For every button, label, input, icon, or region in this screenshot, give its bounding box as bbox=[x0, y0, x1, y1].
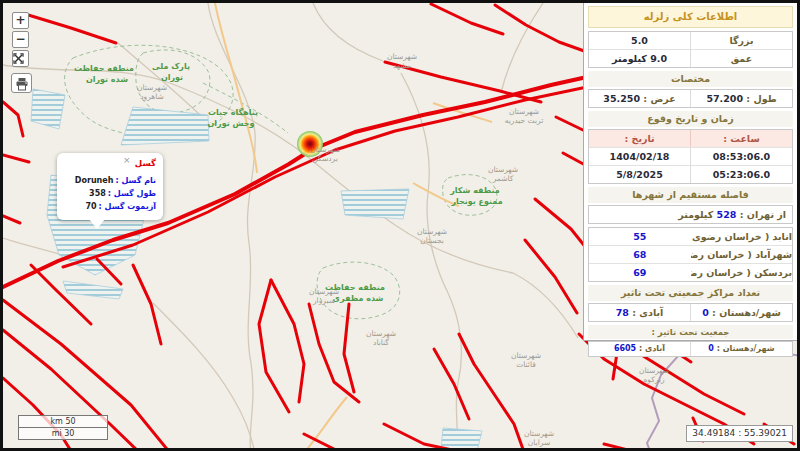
fault-name-label: نام گسل : bbox=[115, 174, 156, 187]
county-label: مشهد bbox=[393, 61, 411, 70]
county-label: بردسکن bbox=[312, 154, 338, 163]
longitude-cell: طول : 57.200 bbox=[690, 90, 792, 107]
green-label: شده توران bbox=[86, 75, 128, 84]
affected-population-row: شهر/دهستان : 0 آبادی : 6605 bbox=[589, 342, 792, 356]
county-label: شهرستان bbox=[509, 107, 539, 116]
county-label: شهرستان bbox=[366, 329, 396, 338]
city-name: انابد ( خراسان رضوی ) bbox=[691, 228, 793, 245]
county-label: گناباد bbox=[373, 338, 389, 347]
popup-field-row: طول گسل : 358 bbox=[64, 187, 156, 200]
fault-azimuth-value: 70 bbox=[85, 200, 96, 213]
zoom-in-button[interactable]: + bbox=[12, 12, 29, 29]
tehran-distance-table: از تهران : 528 کیلومتر bbox=[588, 205, 793, 224]
city-distance: 69 bbox=[589, 264, 691, 281]
popup-close-icon[interactable]: × bbox=[123, 156, 131, 165]
population-village-value: 6605 bbox=[614, 344, 636, 353]
city-row: بردسکن ( خراسان رضوی ) 69 bbox=[589, 263, 792, 281]
fault-azimuth-label: آزیموت گسل : bbox=[99, 200, 156, 213]
latitude-label: عرض : bbox=[643, 93, 675, 104]
depth-row: عمق 9.0 کیلومتر bbox=[589, 49, 792, 67]
green-label: وحش توران bbox=[207, 119, 254, 129]
affected-centers-header: تعداد مراکز جمعیتی تحت تاثیر bbox=[588, 285, 793, 301]
depth-label: عمق bbox=[690, 50, 792, 67]
jalali-datetime-row: 08:53:06.0 1404/02/18 bbox=[589, 147, 792, 165]
distance-header: فاصله مستقیم از شهرها bbox=[588, 187, 793, 203]
fault-name-value: Doruneh bbox=[75, 174, 114, 187]
population-village-label: آبادی : bbox=[639, 344, 665, 353]
county-label: قائنات bbox=[516, 360, 536, 369]
map-zoom-controls: + − bbox=[12, 12, 29, 67]
popup-title: گسل bbox=[64, 158, 156, 168]
green-label: پناهگاه حیات bbox=[208, 107, 258, 117]
extent-arrows-icon bbox=[13, 53, 24, 64]
centers-village-cell: آبادی : 78 bbox=[589, 304, 690, 321]
jalali-time: 08:53:06.0 bbox=[690, 148, 792, 165]
city-distance-table: انابد ( خراسان رضوی ) 55 شهرآباد ( خراسا… bbox=[588, 227, 793, 282]
county-label: شهرستان bbox=[137, 83, 167, 92]
city-name: شهرآباد ( خراسان رضوی ) bbox=[691, 246, 793, 263]
green-label: منطقه حفاظت bbox=[74, 64, 134, 73]
county-label: شهرستان bbox=[639, 366, 669, 375]
fault-length-label: طول گسل : bbox=[108, 187, 156, 200]
popup-tail bbox=[89, 219, 105, 229]
city-row: شهرآباد ( خراسان رضوی ) 68 bbox=[589, 245, 792, 263]
popup-field-row: آزیموت گسل : 70 bbox=[64, 200, 156, 213]
fault-length-value: 358 bbox=[89, 187, 106, 200]
tehran-distance-cell: از تهران : 528 کیلومتر bbox=[589, 206, 792, 223]
latitude-cell: عرض : 35.250 bbox=[589, 90, 690, 107]
fit-extent-button[interactable] bbox=[12, 50, 29, 67]
county-label: کاشمر bbox=[492, 174, 514, 183]
county-label: شهرستان bbox=[524, 429, 554, 438]
zoom-out-button[interactable]: − bbox=[12, 31, 29, 48]
county-label: شهرستان bbox=[417, 227, 447, 236]
datetime-header: زمان و تاریخ وقوع bbox=[588, 111, 793, 127]
scale-mi: mi 30 bbox=[19, 427, 107, 439]
county-label: بجستان bbox=[420, 236, 444, 245]
county-label: شهرستان bbox=[387, 52, 417, 61]
coordinates-row: طول : 57.200 عرض : 35.250 bbox=[589, 90, 792, 107]
centers-city-value: 0 bbox=[702, 307, 709, 318]
gregorian-datetime-row: 05:23:06.0 5/8/2025 bbox=[589, 165, 792, 183]
county-label: شهرستان bbox=[310, 145, 340, 154]
centers-village-label: آبادی : bbox=[632, 307, 663, 318]
mouse-coordinates-readout: 34.49184 : 55.39021 bbox=[686, 425, 793, 442]
latitude-value: 35.250 bbox=[603, 93, 640, 104]
city-distance: 68 bbox=[589, 246, 691, 263]
county-label: شهرستان bbox=[511, 351, 541, 360]
fault-popup: × گسل نام گسل : Doruneh طول گسل : 358 آز… bbox=[57, 153, 163, 220]
magnitude-depth-table: بزرگا 5.0 عمق 9.0 کیلومتر bbox=[588, 31, 793, 68]
city-distance: 55 bbox=[589, 228, 691, 245]
county-label: شهرستان bbox=[309, 287, 339, 296]
magnitude-label: بزرگا bbox=[690, 32, 792, 49]
centers-city-cell: شهر/دهستان : 0 bbox=[690, 304, 792, 321]
population-city-value: 0 bbox=[708, 344, 714, 353]
popup-field-row: نام گسل : Doruneh bbox=[64, 174, 156, 187]
scale-km: km 50 bbox=[19, 416, 107, 427]
county-label: تربت حیدریه bbox=[505, 116, 544, 125]
datetime-table: ساعت : تاریخ : 08:53:06.0 1404/02/18 05:… bbox=[588, 129, 793, 184]
tehran-distance-row: از تهران : 528 کیلومتر bbox=[589, 206, 792, 223]
centers-village-value: 78 bbox=[616, 307, 629, 318]
gregorian-time: 05:23:06.0 bbox=[690, 166, 792, 183]
tehran-distance-value: 528 bbox=[717, 209, 737, 220]
scale-bar: km 50 mi 30 bbox=[18, 415, 108, 440]
county-label: شهرستان bbox=[488, 165, 518, 174]
green-label: شده مظفری bbox=[333, 294, 384, 303]
magnitude-row: بزرگا 5.0 bbox=[589, 32, 792, 49]
affected-centers-table: شهر/دهستان : 0 آبادی : 78 bbox=[588, 303, 793, 322]
tehran-suffix: کیلومتر bbox=[678, 209, 713, 220]
county-label: شاهرود bbox=[140, 92, 164, 101]
city-row: انابد ( خراسان رضوی ) 55 bbox=[589, 228, 792, 245]
earthquake-info-panel: اطلاعات کلی زلزله بزرگا 5.0 عمق 9.0 کیلو… bbox=[583, 3, 797, 341]
green-label: ممنوع یونجار bbox=[450, 197, 502, 206]
green-label: توران bbox=[161, 73, 183, 82]
magnitude-value: 5.0 bbox=[589, 32, 690, 49]
depth-value: 9.0 کیلومتر bbox=[589, 50, 690, 67]
population-city-label: شهر/دهستان : bbox=[717, 344, 775, 353]
printer-icon bbox=[15, 77, 29, 91]
longitude-value: 57.200 bbox=[706, 93, 743, 104]
print-map-button[interactable] bbox=[11, 73, 32, 93]
affected-centers-row: شهر/دهستان : 0 آبادی : 78 bbox=[589, 304, 792, 321]
green-label: پارک ملی bbox=[152, 62, 190, 71]
gregorian-date: 5/8/2025 bbox=[589, 166, 690, 183]
